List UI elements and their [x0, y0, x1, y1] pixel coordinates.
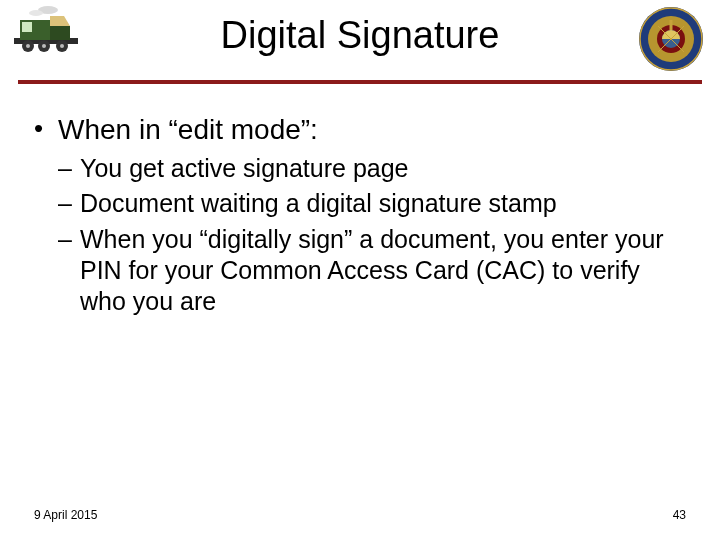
bullet-list: When in “edit mode”: You get active sign…	[34, 112, 686, 317]
sub-bullet-item: When you “digitally sign” a document, yo…	[58, 224, 686, 318]
slide: Digital Signature When in “edit mode”:	[0, 0, 720, 540]
sub-bullet-text: Document waiting a digital signature sta…	[80, 188, 686, 219]
bullet-item: When in “edit mode”: You get active sign…	[34, 112, 686, 317]
footer-date: 9 April 2015	[34, 508, 97, 522]
sub-bullet-list: You get active signature page Document w…	[58, 153, 686, 317]
bullet-text: When in “edit mode”:	[58, 114, 318, 145]
svg-rect-18	[670, 20, 673, 30]
slide-title: Digital Signature	[0, 14, 720, 57]
slide-body: When in “edit mode”: You get active sign…	[34, 112, 686, 325]
slide-header: Digital Signature	[0, 0, 720, 84]
sub-bullet-item: Document waiting a digital signature sta…	[58, 188, 686, 219]
sub-bullet-item: You get active signature page	[58, 153, 686, 184]
sub-bullet-text: When you “digitally sign” a document, yo…	[80, 224, 686, 318]
sub-bullet-text: You get active signature page	[80, 153, 686, 184]
header-divider	[18, 80, 702, 84]
usmc-seal-icon	[638, 6, 704, 72]
footer-page-number: 43	[673, 508, 686, 522]
